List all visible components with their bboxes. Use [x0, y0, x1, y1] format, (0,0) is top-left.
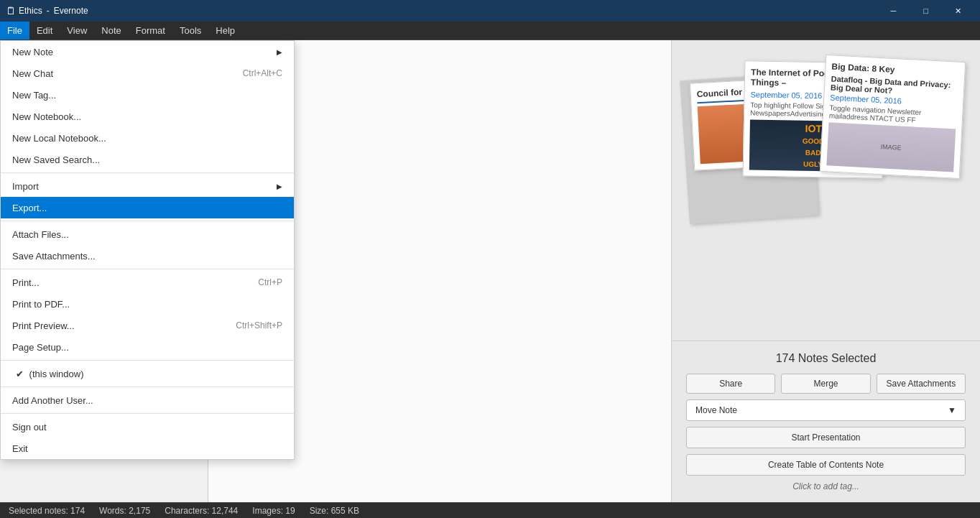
fm-sep6: [1, 413, 294, 414]
title-bar: 🗒 Ethics - Evernote ─ □ ✕: [0, 0, 980, 22]
share-button[interactable]: Share: [686, 374, 775, 394]
status-words: Words: 2,175: [99, 506, 150, 516]
maximize-button[interactable]: □: [910, 0, 942, 22]
title-separator: -: [47, 6, 50, 16]
fm-new-note[interactable]: New Note ▶: [1, 41, 294, 63]
card-3[interactable]: Big Data: 8 Key Datafloq - Big Data and …: [820, 55, 966, 179]
actions-panel: 174 Notes Selected Share Merge Save Atta…: [672, 341, 980, 502]
fm-print-preview[interactable]: Print Preview... Ctrl+Shift+P: [1, 315, 294, 336]
status-size: Size: 655 KB: [310, 506, 359, 516]
create-table-contents-button[interactable]: Create Table of Contents Note: [686, 454, 966, 476]
right-panel: Council for Big Data, IMAGE The Internet…: [671, 40, 980, 502]
menu-file[interactable]: File: [0, 22, 29, 40]
fm-new-tag[interactable]: New Tag...: [1, 84, 294, 106]
add-tag-area[interactable]: Click to add tag...: [686, 481, 966, 491]
fm-new-local-notebook[interactable]: New Local Notebook...: [1, 127, 294, 149]
fm-sep3: [1, 269, 294, 269]
fm-export[interactable]: Export...: [1, 197, 294, 218]
fm-sep4: [1, 360, 294, 361]
fm-print[interactable]: Print... Ctrl+P: [1, 272, 294, 293]
close-button[interactable]: ✕: [942, 0, 974, 22]
fm-sign-out[interactable]: Sign out: [1, 416, 294, 438]
fm-add-user[interactable]: Add Another User...: [1, 389, 294, 411]
fm-import[interactable]: Import ▶: [1, 175, 294, 197]
menu-help[interactable]: Help: [208, 22, 242, 40]
fm-attach-files[interactable]: Attach Files...: [1, 223, 294, 245]
app-name: Ethics: [19, 6, 42, 16]
menu-format[interactable]: Format: [129, 22, 172, 40]
primary-actions-row: Share Merge Save Attachments: [686, 374, 966, 394]
fm-new-saved-search[interactable]: New Saved Search...: [1, 149, 294, 170]
file-menu-dropdown: New Note ▶ New Chat Ctrl+Alt+C New Tag..…: [0, 40, 295, 460]
move-note-button[interactable]: Move Note ▼: [686, 399, 966, 421]
fm-save-attachments[interactable]: Save Attachments...: [1, 245, 294, 267]
start-presentation-button[interactable]: Start Presentation: [686, 427, 966, 448]
menu-edit[interactable]: Edit: [29, 22, 60, 40]
fm-print-to-pdf[interactable]: Print to PDF...: [1, 293, 294, 315]
fm-this-window[interactable]: ✔ (this window): [1, 363, 294, 384]
card-3-image: IMAGE: [826, 122, 956, 172]
fm-sep2: [1, 221, 294, 221]
status-bar: Selected notes: 174 Words: 2,175 Charact…: [0, 502, 980, 518]
app-title: Evernote: [54, 6, 88, 16]
status-characters: Characters: 12,744: [165, 506, 238, 516]
fm-page-setup[interactable]: Page Setup...: [1, 336, 294, 358]
move-note-dropdown-icon: ▼: [948, 405, 956, 415]
menu-bar: File Edit View Note Format Tools Help: [0, 22, 980, 40]
app-icon: 🗒: [6, 5, 16, 17]
fm-new-chat[interactable]: New Chat Ctrl+Alt+C: [1, 63, 294, 84]
save-attachments-button[interactable]: Save Attachments: [877, 374, 966, 394]
move-note-label: Move Note: [695, 405, 737, 415]
menu-tools[interactable]: Tools: [172, 22, 208, 40]
menu-note[interactable]: Note: [94, 22, 128, 40]
selected-count: 174 Notes Selected: [686, 352, 966, 365]
cards-area: Council for Big Data, IMAGE The Internet…: [672, 40, 980, 341]
fm-exit[interactable]: Exit: [1, 438, 294, 459]
fm-sep1: [1, 172, 294, 173]
status-images: Images: 19: [252, 506, 295, 516]
merge-button[interactable]: Merge: [781, 374, 870, 394]
minimize-button[interactable]: ─: [877, 0, 910, 22]
menu-view[interactable]: View: [60, 22, 94, 40]
fm-sep5: [1, 387, 294, 387]
fm-new-notebook[interactable]: New Notebook...: [1, 106, 294, 127]
status-selected-notes: Selected notes: 174: [9, 506, 85, 516]
window-controls: ─ □ ✕: [877, 0, 974, 22]
